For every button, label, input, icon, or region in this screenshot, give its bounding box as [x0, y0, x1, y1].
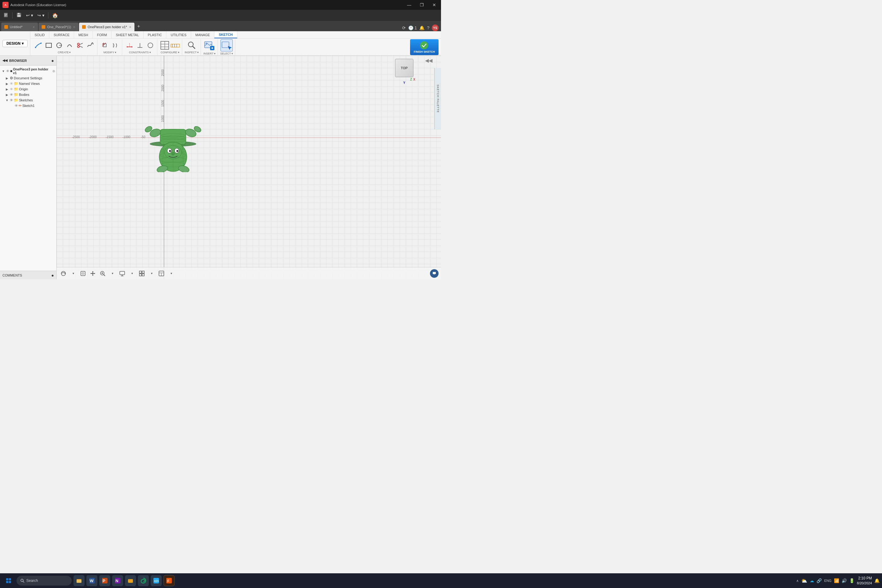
tab-surface[interactable]: SURFACE [49, 31, 74, 38]
redo-button[interactable]: ↪ ▾ [36, 12, 46, 19]
tab-plastic[interactable]: PLASTIC [144, 31, 166, 38]
tree-sketch1[interactable]: 👁 ✏ Sketch1 [0, 103, 56, 108]
tab-utilities[interactable]: UTILITIES [166, 31, 191, 38]
viewcube[interactable]: TOP Z X Y [392, 59, 417, 83]
tab-close-untitled[interactable]: ✕ [33, 26, 35, 29]
spline-tool[interactable] [86, 40, 95, 50]
user-avatar[interactable]: YS [432, 24, 438, 31]
orbit-dropdown[interactable]: ▾ [69, 269, 78, 278]
home-button[interactable]: 🏠 [50, 11, 60, 20]
svg-point-73 [82, 273, 84, 274]
tab-form[interactable]: FORM [93, 31, 111, 38]
refresh-icon[interactable]: ⟳ [402, 26, 406, 30]
file-menu[interactable] [1, 11, 10, 20]
save-icon [16, 12, 22, 18]
layout-dropdown[interactable]: ▾ [167, 269, 176, 278]
circle-tool[interactable] [54, 40, 64, 50]
tab-manage[interactable]: MANAGE [191, 31, 214, 38]
sketch-palette-tab[interactable]: SKETCH PALETTE [434, 68, 441, 129]
tree-toggle-sketches[interactable]: ▼ [5, 99, 9, 102]
pan-orbit-tool[interactable] [79, 269, 87, 278]
undo-button[interactable]: ↩ ▾ [24, 12, 35, 19]
tab-label-current: OnePiece3 pen holder v1* [88, 25, 127, 29]
tab-close-current[interactable]: ✕ [129, 26, 131, 29]
canvas-corner-icon[interactable] [430, 269, 438, 278]
tree-label-origin: Origin [19, 87, 55, 91]
tab-one-piece[interactable]: One_Piece0*(1) ✕ [39, 22, 78, 31]
notification-icon[interactable]: 🔔 [419, 26, 424, 30]
line-tool[interactable] [33, 40, 43, 50]
tree-origin[interactable]: ▶ 👁 📁 Origin [0, 86, 56, 92]
finish-sketch-button[interactable]: FINISH SKETCH [410, 39, 438, 55]
zoom-dropdown[interactable]: ▾ [108, 269, 117, 278]
table-tool[interactable] [160, 40, 170, 50]
tree-doc-settings[interactable]: ▶ ⚙ Document Settings [0, 75, 56, 81]
tree-eye-views[interactable]: 👁 [10, 82, 13, 86]
maximize-button[interactable]: ❐ [417, 1, 426, 9]
tab-sketch[interactable]: SKETCH [214, 31, 237, 38]
display-settings-tool[interactable] [118, 269, 126, 278]
toolbar-content: CREATE ▾ [30, 39, 441, 56]
tab-sheet-metal[interactable]: SHEET METAL [111, 31, 143, 38]
perpendicular-tool[interactable] [135, 40, 145, 50]
tree-settings-icon[interactable]: ⚙ [52, 69, 55, 73]
add-tab-button[interactable]: + [135, 22, 142, 30]
tree-label-sketches: Sketches [19, 98, 55, 102]
pan-tool[interactable] [88, 269, 97, 278]
select-tool[interactable] [220, 39, 233, 51]
tree-root-item[interactable]: ▼ 👁 ■ OnePiece3 pen holder v1 ⚙ [0, 67, 56, 75]
close-button[interactable]: ✕ [430, 1, 438, 9]
help-icon[interactable]: ? [427, 26, 429, 30]
zoom-fit-tool[interactable] [98, 269, 107, 278]
tree-toggle-root[interactable]: ▼ [1, 69, 6, 73]
tab-current[interactable]: OnePiece3 pen holder v1* ✕ [79, 22, 134, 31]
canvas-area[interactable]: 2500 2000 1500 1000 -50 -1000 -1500 -200… [57, 56, 441, 279]
measure-tool[interactable] [170, 40, 180, 50]
orbit-tool[interactable] [59, 269, 68, 278]
scroll-up-icon[interactable]: ◀◀ [425, 58, 432, 63]
browser-back-icon[interactable]: ◀◀ [3, 58, 8, 63]
dimension-tool[interactable] [124, 40, 135, 50]
tree-named-views[interactable]: ▶ 👁 📁 Named Views [0, 81, 56, 86]
parallel-tool[interactable] [146, 40, 155, 50]
save-button[interactable] [14, 11, 24, 20]
tab-solid[interactable]: SOLID [30, 31, 49, 38]
mirror-tool[interactable] [110, 40, 120, 50]
browser-close-icon[interactable]: ● [51, 58, 54, 63]
tree-toggle-bodies[interactable]: ▶ [5, 93, 9, 96]
tree-toggle-doc[interactable]: ▶ [5, 76, 9, 80]
tree-eye-sketches[interactable]: 👁 [10, 98, 13, 102]
grid-dropdown[interactable]: ▾ [147, 269, 156, 278]
feedback-icon[interactable] [430, 269, 438, 278]
tree-label-root: OnePiece3 pen holder v1 [13, 68, 52, 75]
arc-tool[interactable] [64, 40, 74, 50]
tree-bodies[interactable]: ▶ 👁 📁 Bodies [0, 92, 56, 98]
tree-sketches[interactable]: ▼ 👁 📁 Sketches [0, 98, 56, 103]
tree-eye-sketch1[interactable]: 👁 [15, 104, 18, 108]
y-axis-label: Y [392, 81, 417, 84]
tab-mesh[interactable]: MESH [74, 31, 93, 38]
viewcube-face[interactable]: TOP [395, 59, 413, 77]
design-dropdown[interactable]: DESIGN ▾ [3, 40, 28, 47]
history-icon[interactable]: 🕐 1 [408, 26, 417, 30]
tree-eye-root[interactable]: 👁 [6, 69, 9, 73]
display-dropdown[interactable]: ▾ [128, 269, 136, 278]
create-group: CREATE ▾ [32, 39, 98, 55]
layout-tool[interactable] [157, 269, 166, 278]
tab-label-one-piece: One_Piece0*(1) [47, 25, 71, 29]
grid-tool[interactable] [138, 269, 146, 278]
rectangle-tool[interactable] [44, 40, 54, 50]
trim-tool[interactable] [75, 40, 85, 50]
tree-toggle-origin[interactable]: ▶ [5, 88, 9, 91]
insert-image-tool[interactable] [203, 39, 216, 51]
comments-toggle[interactable]: ● [51, 273, 54, 278]
tab-untitled[interactable]: Untitled* ✕ [1, 22, 38, 31]
minimize-button[interactable]: — [405, 1, 414, 9]
tree-eye-bodies[interactable]: 👁 [10, 93, 13, 96]
offset-tool[interactable] [100, 40, 110, 50]
tree-eye-origin[interactable]: 👁 [10, 87, 13, 91]
inspect-tool[interactable] [187, 40, 196, 50]
tree-toggle-views[interactable]: ▶ [5, 82, 9, 86]
tab-close-one-piece[interactable]: ✕ [73, 26, 75, 29]
svg-line-15 [80, 46, 82, 48]
